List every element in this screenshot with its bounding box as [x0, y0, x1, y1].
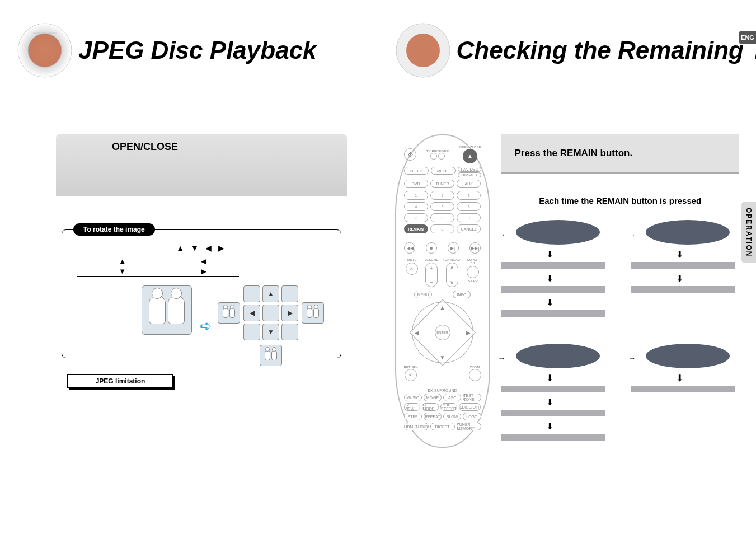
pl2mode-button[interactable]: PL II MODE — [422, 403, 439, 411]
cell: ▼ — [77, 266, 168, 277]
return-button[interactable]: ↶ — [405, 369, 417, 381]
key-2[interactable]: 2 — [430, 191, 454, 200]
slow-button[interactable]: SLOW — [443, 413, 461, 420]
vol-tune: MUTE ✕ VOLUME ＋− TUNING/CH ∧∨ SUPER 5.1 — [404, 258, 481, 287]
next-button[interactable]: ▶▶| — [469, 242, 481, 254]
enter-button[interactable]: ENTER — [435, 325, 450, 340]
dpad: ENTER ▲ ▼ ◀ ▶ — [412, 302, 473, 363]
jpeg-limitation-box: JPEG limitation — [67, 374, 173, 388]
cancel-button[interactable]: CANCEL — [457, 224, 481, 233]
down-arrow-icon: ⬇ — [546, 249, 553, 260]
tuning-label: TUNING/CH — [443, 258, 461, 261]
rotate-illustration: ➪ ▲ ◀▶ ▼ — [142, 285, 324, 366]
dpad-down[interactable]: ▼ — [440, 354, 445, 360]
tuning-rocker[interactable]: ∧∨ — [446, 263, 458, 287]
remote-top: ⏻ TV RECEIVER OPEN/CLOSE ▲ — [404, 146, 481, 163]
mode-button[interactable]: MODE — [431, 167, 456, 175]
repeat-button[interactable]: REPEAT — [424, 413, 442, 420]
key-6[interactable]: 6 — [457, 202, 481, 211]
characters-small — [260, 345, 282, 366]
table-row: ▲ ◀ — [77, 256, 239, 266]
right-page: ENG Checking the Remaining Time ⏻ TV RE — [378, 0, 757, 534]
key-5[interactable]: 5 — [430, 202, 454, 211]
left-icon: ◀ — [243, 305, 260, 321]
display-oval — [646, 220, 730, 245]
instruction-text: Press the REMAIN button. — [515, 148, 633, 159]
disc-ring-icon: 0101010101010101010101010 — [17, 22, 73, 78]
stop-button[interactable]: ■ — [426, 242, 437, 254]
step-button[interactable]: STEP — [404, 413, 422, 420]
person-icon — [168, 296, 185, 324]
rotate-image-box: To rotate the image ▲ ▼ ◀ ▶ ▲ ◀ ▼ ▶ ➪ — [62, 229, 341, 358]
open-close-button[interactable]: ▲ — [463, 149, 477, 163]
play-button[interactable]: ▶|| — [448, 242, 459, 254]
tv-led — [430, 153, 437, 160]
mode-col: → ⬇ ⬇ ⬇ — [501, 220, 609, 321]
aux-button[interactable]: AUX — [457, 180, 481, 188]
dpad-right[interactable]: ▶ — [466, 330, 471, 336]
power-button[interactable]: ⏻ — [404, 148, 416, 161]
tvvideo-button[interactable]: TV/VIDEO — [458, 167, 481, 172]
menu-button[interactable]: MENU — [414, 291, 432, 298]
sleep-button[interactable]: SLEEP — [404, 167, 429, 175]
digest-button[interactable]: DIGEST — [430, 423, 455, 430]
key-3[interactable]: 3 — [457, 191, 481, 200]
display-oval — [516, 344, 600, 368]
rx-led — [438, 153, 445, 160]
pl2effect-button[interactable]: PL II EFFECT — [440, 403, 457, 411]
rotate-table: ▲ ◀ ▼ ▶ — [77, 256, 239, 277]
display-bar — [501, 386, 605, 392]
key-0[interactable]: 0 — [430, 224, 454, 233]
zoom-button[interactable] — [469, 369, 481, 381]
volume-rocker[interactable]: ＋− — [425, 263, 438, 287]
testtone-button[interactable]: TEST TONE — [463, 394, 481, 401]
movie-button[interactable]: MOVIE — [424, 394, 442, 401]
key-1[interactable]: 1 — [404, 191, 428, 200]
mode-col: → ⬇ ⬇ — [631, 220, 739, 321]
remain-button[interactable]: REMAIN — [404, 224, 428, 233]
key-7[interactable]: 7 — [404, 213, 428, 222]
nav-wheel: ▲ ◀▶ ▼ — [243, 285, 298, 340]
characters-large — [142, 285, 192, 335]
sdoff-button[interactable]: SD/SD/OFF — [459, 403, 481, 411]
prev-button[interactable]: |◀◀ — [404, 242, 415, 254]
key-4[interactable]: 4 — [404, 202, 428, 211]
dimmer-button[interactable]: DIMMER — [458, 172, 481, 177]
down-arrow-icon: ⬇ — [546, 273, 553, 284]
display-bar — [631, 386, 735, 392]
super-button[interactable] — [467, 266, 479, 278]
down-arrow-icon: ⬇ — [546, 397, 553, 407]
display-oval — [516, 220, 600, 245]
large-arrow-icon: ➪ — [200, 317, 212, 335]
enter-arrow-icon: → — [628, 230, 636, 239]
tuner-button[interactable]: TUNER — [430, 180, 454, 188]
info-button[interactable]: INFO — [453, 291, 471, 298]
display-bar — [501, 410, 605, 416]
surround-grid-3: STEP REPEAT SLOW LOGO — [404, 413, 481, 420]
ezview-button[interactable]: EZ VIEW — [404, 403, 421, 411]
bottom-grid: HDMI/AUDIO DIGEST TUNER MEMORY — [404, 423, 481, 430]
dvd-button[interactable]: DVD — [404, 180, 428, 188]
music-button[interactable]: MUSIC — [404, 394, 422, 401]
display-bar — [501, 262, 605, 269]
mute-button[interactable]: ✕ — [406, 263, 418, 275]
tunermem-button[interactable]: TUNER MEMORY — [457, 423, 481, 430]
logo-button[interactable]: LOGO — [463, 413, 481, 420]
surround-grid-1: MUSIC MOVIE ASC TEST TONE — [404, 394, 481, 401]
hdmiaudio-button[interactable]: HDMI/AUDIO — [404, 423, 429, 430]
cell: ◀ — [168, 256, 239, 266]
dpad-left[interactable]: ◀ — [415, 330, 419, 336]
display-bar — [631, 286, 735, 293]
down-arrow-icon: ⬇ — [676, 373, 683, 383]
dpad-up[interactable]: ▲ — [440, 305, 445, 311]
display-bar — [501, 286, 605, 293]
display-bar — [631, 262, 735, 269]
transport-row: |◀◀ ■ ▶|| ▶▶| — [404, 242, 481, 254]
remote-control: ⏻ TV RECEIVER OPEN/CLOSE ▲ SLEEP — [395, 134, 490, 448]
asc-button[interactable]: ASC — [443, 394, 461, 401]
key-8[interactable]: 8 — [430, 213, 454, 222]
modes-grid: → ⬇ ⬇ ⬇ → ⬇ ⬇ — [501, 220, 740, 445]
svg-point-5 — [406, 34, 440, 67]
up-icon: ▲ — [262, 285, 279, 302]
key-9[interactable]: 9 — [457, 213, 481, 222]
